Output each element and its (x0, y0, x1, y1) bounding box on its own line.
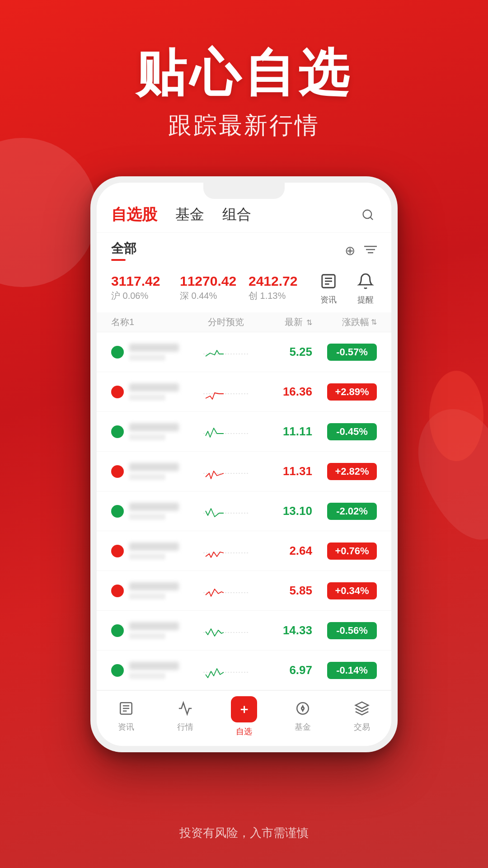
th-name: 名称1 (111, 316, 190, 328)
nav-tabs: 自选股 基金 组合 (111, 204, 251, 225)
stock-name-blur (129, 582, 179, 590)
stock-dot (111, 664, 124, 677)
bg-decoration-left (0, 138, 97, 287)
app-content: 自选股 基金 组合 全部 (97, 183, 391, 746)
bottom-market-label: 行情 (177, 722, 193, 732)
stock-name-blur (129, 503, 179, 511)
stock-code-blur (129, 514, 165, 520)
bottom-trade-label: 交易 (354, 722, 370, 732)
bottom-market-icon (178, 701, 193, 720)
shenzhen-value: 11270.42 (180, 274, 249, 289)
stock-code-blur (129, 474, 165, 480)
bottom-news-icon (118, 701, 134, 720)
stock-name-col (111, 423, 190, 440)
stock-name-col (111, 503, 190, 520)
mini-chart (201, 619, 251, 642)
add-icon[interactable]: ⊕ (345, 243, 355, 258)
nav-tab-stocks[interactable]: 自选股 (111, 204, 157, 225)
bottom-nav-news[interactable]: 资讯 (97, 701, 155, 732)
stock-row[interactable]: 5.25 -0.57% (97, 332, 391, 372)
phone-outer: 自选股 基金 组合 全部 (90, 176, 398, 752)
stock-row[interactable]: 13.10 -2.02% (97, 491, 391, 531)
stock-name-blur (129, 383, 179, 392)
shanghai-value: 3117.42 (111, 274, 180, 289)
stock-name-col (111, 582, 190, 599)
stock-name-col (111, 622, 190, 639)
change-badge: +2.89% (327, 383, 377, 401)
stock-name-info (129, 463, 179, 480)
stock-chart-col (190, 539, 262, 563)
phone-mockup: 自选股 基金 组合 全部 (90, 176, 398, 752)
th-change: 涨跌幅 ⇅ (312, 316, 377, 328)
stock-row[interactable]: 5.85 +0.34% (97, 571, 391, 611)
change-badge: +2.82% (327, 463, 377, 480)
sub-header-left: 全部 (111, 240, 136, 261)
change-badge: -0.56% (327, 622, 377, 639)
bottom-nav-trade[interactable]: 交易 (333, 701, 391, 732)
filter-icon[interactable] (364, 243, 377, 258)
bottom-nav-fund[interactable]: 基金 (273, 701, 332, 732)
stock-chart-col (190, 420, 262, 443)
quick-action-alert[interactable]: 提醒 (354, 270, 377, 305)
change-badge: -0.14% (327, 662, 377, 679)
stock-change: -0.45% (312, 423, 377, 440)
svg-line-1 (370, 217, 372, 219)
stock-price: 2.64 (262, 544, 312, 558)
stock-row[interactable]: 11.31 +2.82% (97, 452, 391, 491)
shanghai-label: 沪 0.06% (111, 290, 180, 302)
stock-row[interactable]: 2.64 +0.76% (97, 531, 391, 571)
stock-change: -0.57% (312, 344, 377, 361)
index-chinext[interactable]: 2412.72 创 1.13% (249, 274, 317, 302)
mini-chart (201, 380, 251, 404)
index-shenzhen[interactable]: 11270.42 深 0.44% (180, 274, 249, 302)
stock-change: -2.02% (312, 503, 377, 520)
stock-name-col (111, 662, 190, 679)
stock-change: +2.89% (312, 383, 377, 401)
stock-row[interactable]: 11.11 -0.45% (97, 412, 391, 452)
stock-change: +0.76% (312, 542, 377, 560)
bottom-news-label: 资讯 (118, 722, 134, 732)
stock-name-blur (129, 423, 179, 431)
stock-chart-col (190, 380, 262, 404)
stock-change: -0.14% (312, 662, 377, 679)
stock-name-col (111, 463, 190, 480)
stock-price: 11.11 (262, 425, 312, 439)
bottom-fund-icon (295, 701, 310, 720)
stock-dot (111, 545, 124, 557)
stock-code-blur (129, 633, 165, 639)
stock-row[interactable]: 14.33 -0.56% (97, 611, 391, 651)
stock-name-blur (129, 622, 179, 630)
chinext-label: 创 1.13% (249, 290, 317, 302)
stock-chart-col (190, 460, 262, 483)
change-badge: -2.02% (327, 503, 377, 520)
chinext-value: 2412.72 (249, 274, 317, 289)
stock-name-blur (129, 542, 179, 551)
bg-decoration-right2 (429, 371, 483, 461)
mini-chart (201, 659, 251, 682)
mini-chart (201, 340, 251, 364)
mini-chart (201, 460, 251, 483)
stock-dot (111, 585, 124, 597)
table-header: 名称1 分时预览 最新 ⇅ 涨跌幅 ⇅ (97, 312, 391, 332)
index-shanghai[interactable]: 3117.42 沪 0.06% (111, 274, 180, 302)
bottom-nav-watchlist[interactable]: ＋ 自选 (215, 696, 273, 737)
stock-chart-col (190, 579, 262, 603)
nav-tab-portfolio[interactable]: 组合 (222, 205, 251, 225)
stock-dot (111, 465, 124, 478)
stock-row[interactable]: 6.97 -0.14% (97, 651, 391, 690)
alert-label: 提醒 (357, 294, 374, 305)
change-badge: +0.76% (327, 542, 377, 560)
mini-chart (201, 420, 251, 443)
stock-list: 5.25 -0.57% 16.36 +2.89% (97, 332, 391, 690)
nav-tab-fund[interactable]: 基金 (175, 205, 204, 225)
search-icon[interactable] (359, 206, 377, 224)
stock-row[interactable]: 16.36 +2.89% (97, 372, 391, 412)
stock-change: +2.82% (312, 463, 377, 480)
stock-price: 5.85 (262, 584, 312, 598)
stock-chart-col (190, 340, 262, 364)
bottom-nav-market[interactable]: 行情 (155, 701, 214, 732)
stock-name-info (129, 344, 179, 361)
quick-action-news[interactable]: 资讯 (317, 270, 340, 305)
stock-price: 16.36 (262, 385, 312, 399)
stock-chart-col (190, 659, 262, 682)
